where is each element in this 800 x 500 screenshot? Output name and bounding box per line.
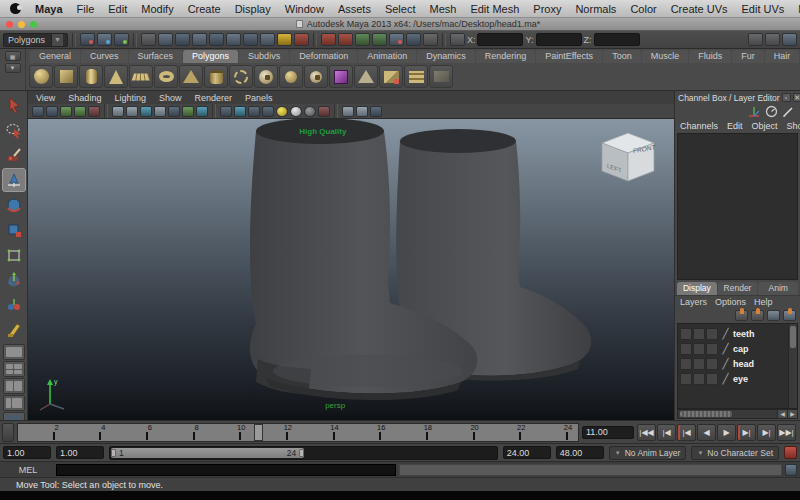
playback-start-field[interactable]: 1.00 — [3, 446, 51, 459]
poly-plane-icon[interactable] — [129, 65, 153, 88]
rotate-tool[interactable] — [2, 193, 26, 217]
zoom-window-button[interactable] — [30, 21, 37, 28]
shelf-menu-icon[interactable]: ▦ — [5, 51, 21, 61]
shadows-icon[interactable] — [290, 106, 302, 117]
layer-display-type-toggle[interactable] — [706, 358, 718, 370]
z-input[interactable] — [594, 33, 640, 46]
layer-tab-display[interactable]: Display — [677, 282, 717, 295]
divider[interactable] — [442, 33, 446, 47]
open-scene-icon[interactable] — [97, 33, 112, 46]
render-current-frame-icon[interactable] — [389, 33, 404, 46]
step-back-frame-button[interactable]: |◀ — [657, 424, 676, 441]
highlight-selection-icon[interactable] — [294, 33, 309, 46]
vp-menu-view[interactable]: View — [36, 93, 55, 103]
step-forward-key-button[interactable]: ▶| — [737, 424, 756, 441]
menu-file[interactable]: File — [77, 3, 95, 15]
layer-display-type-toggle[interactable] — [706, 343, 718, 355]
poly-cylinder-icon[interactable] — [79, 65, 103, 88]
camera-attributes-icon[interactable] — [60, 106, 72, 117]
combine-mesh-icon[interactable] — [379, 65, 403, 88]
animation-start-field[interactable]: 1.00 — [56, 446, 104, 459]
snap-to-point-icon[interactable] — [226, 33, 241, 46]
go-to-start-button[interactable]: |◀◀ — [637, 424, 656, 441]
boots-model[interactable] — [28, 119, 674, 420]
layer-visibility-toggle[interactable] — [680, 343, 692, 355]
layer-tab-anim[interactable]: Anim — [758, 282, 798, 295]
shelf-tab-curves[interactable]: Curves — [81, 50, 128, 63]
shelf-tab-surfaces[interactable]: Surfaces — [129, 50, 183, 63]
menu-create[interactable]: Create — [188, 3, 221, 15]
selection-mode-dropdown[interactable]: Polygons▼ — [3, 33, 68, 47]
range-end-handle[interactable] — [299, 449, 304, 457]
shelf-tab-deformation[interactable]: Deformation — [290, 50, 357, 63]
share-views-icon[interactable] — [370, 106, 382, 117]
vp-menu-panels[interactable]: Panels — [245, 93, 273, 103]
manipulator-icon[interactable] — [747, 105, 761, 118]
range-track[interactable]: 1 24 — [109, 446, 498, 460]
menu-edit-uvs[interactable]: Edit UVs — [742, 3, 785, 15]
view-cube[interactable]: LEFT FRONT — [600, 131, 656, 185]
poly-platonic-icon[interactable] — [354, 65, 378, 88]
render-settings-icon[interactable] — [423, 33, 438, 46]
step-forward-frame-button[interactable]: ▶| — [757, 424, 776, 441]
range-start-handle[interactable] — [111, 449, 116, 457]
hscroll-right-arrow-icon[interactable]: ▶ — [787, 410, 797, 418]
input-connections-icon[interactable] — [321, 33, 336, 46]
hscroll-left-arrow-icon[interactable]: ◀ — [777, 410, 787, 418]
snap-to-plane-icon[interactable] — [243, 33, 258, 46]
animation-end-field[interactable]: 48.00 — [556, 446, 604, 459]
layer-tab-render[interactable]: Render — [718, 282, 758, 295]
shelf-tab-fluids[interactable]: Fluids — [689, 50, 731, 63]
construction-history-icon[interactable] — [355, 33, 370, 46]
menu-select[interactable]: Select — [385, 3, 416, 15]
layer-color-swatch[interactable]: ╱ — [719, 343, 732, 355]
layer-name[interactable]: teeth — [733, 329, 755, 339]
layer-playback-toggle[interactable] — [693, 328, 705, 340]
layer-row-eye[interactable]: ╱ eye — [678, 371, 788, 386]
show-attribute-editor-icon[interactable] — [748, 33, 763, 46]
speed-dial-icon[interactable] — [765, 105, 778, 118]
menu-mesh[interactable]: Mesh — [429, 3, 456, 15]
safe-title-icon[interactable] — [196, 106, 208, 117]
snap-to-view-plane-icon[interactable] — [260, 33, 275, 46]
layer-row-cap[interactable]: ╱ cap — [678, 341, 788, 356]
poly-pipe-icon[interactable] — [204, 65, 228, 88]
open-render-view-icon[interactable] — [372, 33, 387, 46]
cb-menu-edit[interactable]: Edit — [727, 121, 743, 131]
two-pane-layout-button[interactable] — [3, 378, 25, 394]
window-titlebar[interactable]: Autodesk Maya 2013 x64: /Users/mac/Deskt… — [0, 18, 800, 31]
go-to-end-button[interactable]: ▶▶| — [777, 424, 796, 441]
divider[interactable] — [133, 33, 137, 47]
poly-pyramid-icon[interactable] — [179, 65, 203, 88]
single-pane-layout-button[interactable] — [3, 344, 25, 360]
last-tool-used[interactable] — [2, 318, 26, 342]
safe-action-icon[interactable] — [182, 106, 194, 117]
menu-normals[interactable]: Normals — [575, 3, 616, 15]
film-gate-icon[interactable] — [126, 106, 138, 117]
mel-label[interactable]: MEL — [0, 465, 56, 475]
divider[interactable] — [313, 33, 317, 47]
layer-playback-toggle[interactable] — [693, 343, 705, 355]
play-forwards-button[interactable]: ▶ — [717, 424, 736, 441]
soft-modification-tool[interactable] — [2, 268, 26, 292]
menu-edit[interactable]: Edit — [108, 3, 127, 15]
menu-color[interactable]: Color — [630, 3, 656, 15]
layer-playback-toggle[interactable] — [693, 358, 705, 370]
layer-display-type-toggle[interactable] — [706, 328, 718, 340]
four-pane-layout-button[interactable] — [3, 361, 25, 377]
lock-selection-icon[interactable] — [277, 33, 292, 46]
new-layer-from-selected-icon[interactable] — [783, 310, 796, 321]
grid-icon[interactable] — [112, 106, 124, 117]
gate-mask-icon[interactable] — [154, 106, 166, 117]
close-panel-icon[interactable]: ✕ — [793, 93, 800, 102]
layer-playback-toggle[interactable] — [693, 373, 705, 385]
menu-assets[interactable]: Assets — [338, 3, 371, 15]
select-by-object-icon[interactable] — [158, 33, 173, 46]
select-by-hierarchy-icon[interactable] — [141, 33, 156, 46]
shelf-tab-rendering[interactable]: Rendering — [476, 50, 536, 63]
vp-menu-renderer[interactable]: Renderer — [194, 93, 232, 103]
show-channel-box-icon[interactable] — [782, 33, 797, 46]
motion-blur-icon[interactable] — [318, 106, 330, 117]
auto-keyframe-toggle-icon[interactable] — [784, 446, 797, 459]
layer-color-swatch[interactable]: ╱ — [719, 328, 732, 340]
